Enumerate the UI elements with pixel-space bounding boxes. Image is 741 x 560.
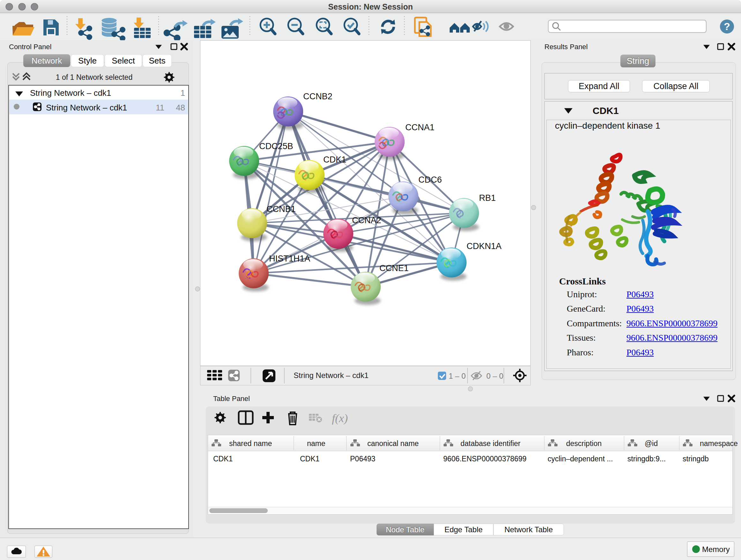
svg-text:?: ? bbox=[724, 21, 730, 32]
svg-text:CCNB2: CCNB2 bbox=[303, 91, 333, 101]
svg-text:RB1: RB1 bbox=[479, 193, 496, 203]
svg-text:CDC6: CDC6 bbox=[418, 175, 442, 185]
svg-text:CCNB1: CCNB1 bbox=[266, 204, 296, 214]
svg-text:f(x): f(x) bbox=[332, 412, 348, 425]
svg-text:CDC25B: CDC25B bbox=[259, 141, 293, 151]
svg-text:CCNA2: CCNA2 bbox=[352, 215, 381, 225]
svg-text:HIST1H1A: HIST1H1A bbox=[269, 254, 310, 263]
svg-text:CCNA1: CCNA1 bbox=[405, 123, 434, 132]
svg-text:CDKN1A: CDKN1A bbox=[467, 241, 502, 251]
svg-text:CDK1: CDK1 bbox=[323, 155, 346, 165]
svg-text:CCNE1: CCNE1 bbox=[380, 263, 409, 273]
